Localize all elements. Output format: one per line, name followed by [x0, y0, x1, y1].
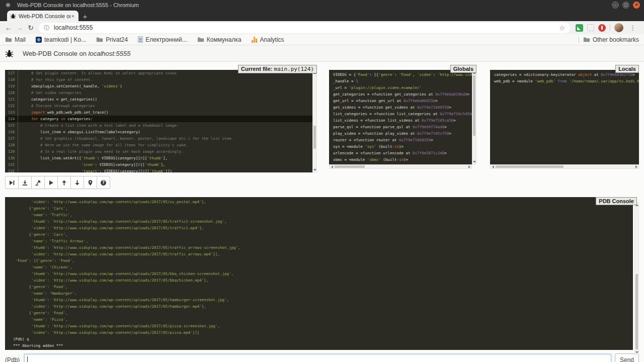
console-line: 'name': 'Chicken', [9, 264, 633, 270]
console-line: 'name': 'Hamburger', [9, 290, 633, 297]
bookmark-teamkodi[interactable]: teamkodi | Ko... [36, 36, 86, 43]
globals-badge: Globals [450, 65, 476, 73]
globals-line: list_videos = <function list_videos at 0… [329, 117, 472, 124]
code-line: 121 categories = get_categories() [5, 96, 312, 103]
code-line: 128 # Here we use the same image for all… [5, 142, 312, 148]
folder-icon [5, 37, 12, 42]
code-line: 127 # Set graphics (thumbnail, fanart, b… [5, 135, 312, 142]
new-tab-button[interactable]: + [78, 11, 92, 21]
window-title: Web-PDB Console on localhost:5555 - Chro… [17, 2, 612, 8]
bookmark-mail[interactable]: Mail [5, 36, 26, 43]
globals-line: get_categories = <function get_categorie… [329, 91, 472, 98]
globals-line: list_categories = <function list_categor… [329, 111, 472, 117]
code-line: 132 'fanart': VIDEOS[category][0]['thumb… [5, 168, 312, 172]
tab-strip: Web-PDB Console on loca × + [0, 10, 644, 21]
document-icon [138, 36, 143, 43]
bookmark-privat24[interactable]: Privat24 [96, 36, 128, 43]
svg-text:?: ? [102, 180, 105, 185]
current-file-badge: Current file: main.py(124) [238, 65, 317, 73]
console-line: *** Aborting addon *** [9, 342, 633, 349]
close-button[interactable]: ✕ [633, 2, 640, 9]
site-info-icon[interactable]: ⓘ [44, 24, 49, 32]
console-vertical-scrollbar[interactable] [634, 202, 639, 355]
code-line: 125 # Create a list item with a text lab… [5, 122, 312, 129]
console-line: 'thumb': 'http://www.vidsplay.com/wp-con… [9, 270, 633, 277]
pdb-command-input[interactable] [24, 354, 611, 362]
globals-line: xbmc = <module 'xbmc' (built-in)> [329, 156, 472, 163]
command-row: (Pdb) Send [5, 353, 639, 362]
extension-icon-dashed[interactable] [587, 24, 594, 31]
help-button[interactable]: ? [97, 176, 110, 189]
globals-panel: Globals VIDEOS = {'Food': [{'genre': 'Fo… [329, 65, 476, 172]
code-view: 117 # Set plugin content. It allows Kodi… [5, 70, 312, 172]
where-button[interactable] [84, 176, 97, 189]
folder-icon [197, 37, 204, 42]
back-icon[interactable]: ← [3, 22, 14, 33]
arrow-down-icon [74, 179, 80, 186]
help-icon: ? [100, 179, 107, 186]
up-button[interactable] [57, 176, 71, 189]
code-line: 130 list_item.setArt({'thumb': VIDEOS[ca… [5, 155, 312, 161]
console-line: 'thumb': 'http://www.vidsplay.com/wp-con… [9, 218, 633, 225]
reload-icon[interactable]: ↻ [25, 22, 36, 33]
folder-icon [583, 37, 590, 42]
console-line: 'video': 'http://www.vidsplay.com/wp-con… [9, 225, 633, 231]
globals-line: get_url = <function get_url at 0x7f9e6a0… [329, 98, 472, 104]
next-button[interactable] [5, 176, 19, 189]
page-header: Web-PDB Console on localhost:5555 [0, 45, 644, 62]
console-line: 'video': 'http://www.vidsplay.com/wp-con… [9, 251, 633, 257]
bookmark-analytics[interactable]: Analytics [252, 36, 284, 43]
globals-line: _handle = 1 [329, 78, 472, 84]
console-line: 'video': 'http://www.vidsplay.com/wp-con… [9, 303, 633, 310]
globals-horizontal-scrollbar[interactable] [329, 164, 472, 169]
window-titlebar: Web-PDB Console on localhost:5555 - Chro… [0, 0, 644, 10]
arrow-up-icon [61, 179, 67, 186]
browser-menu-icon[interactable]: ⋮ [627, 24, 638, 32]
console-line: {'genre': 'Food', [9, 284, 633, 290]
address-bar[interactable]: ⓘ localhost:5555 ☆ [39, 23, 570, 33]
pdb-prompt-label: (Pdb) [5, 356, 20, 362]
locals-horizontal-scrollbar[interactable] [490, 164, 639, 169]
step-into-icon [22, 179, 28, 186]
url-text[interactable]: localhost:5555 [54, 24, 559, 31]
text-caret [27, 356, 28, 362]
return-button[interactable] [31, 176, 45, 189]
globals-line: _url = 'plugin://plugin.video.example/' [329, 84, 472, 91]
forward-icon[interactable]: → [14, 22, 25, 33]
current-file-panel: Current file: main.py(124) 117 # Set plu… [5, 65, 317, 172]
profile-avatar[interactable] [614, 23, 623, 32]
browser-tab[interactable]: Web-PDB Console on loca × [7, 11, 78, 21]
minimize-button[interactable]: – [612, 2, 619, 9]
globals-line: router = <function router at 0x7f9e71068… [329, 137, 472, 143]
bookmarks-bar: Mail teamkodi | Ko... Privat24 Електронн… [0, 34, 644, 45]
code-vertical-scrollbar[interactable] [312, 70, 317, 172]
globals-line: play_video = <function play_video at 0x7… [329, 130, 472, 137]
globals-line: get_videos = <function get_videos at 0x7… [329, 104, 472, 111]
console-line: 'video': 'http://www.vidsplay.com/wp-con… [9, 199, 633, 205]
bookmark-kommunalka[interactable]: Коммуналка [197, 36, 242, 43]
globals-vertical-scrollbar[interactable] [472, 70, 476, 164]
tab-close-icon[interactable]: × [70, 13, 75, 19]
bug-favicon-icon [10, 13, 16, 19]
bookmark-elektronnyi[interactable]: Електронний... [138, 36, 187, 43]
extension-icon-red[interactable] [598, 24, 606, 32]
code-line: 131 'icon': VIDEOS[category][0]['thumb']… [5, 161, 312, 168]
pdb-console-badge: PDB Console [596, 197, 637, 205]
console-output: 'video': 'http://www.vidsplay.com/wp-con… [5, 197, 633, 350]
location-pin-icon [87, 179, 94, 186]
console-line: {'genre': 'Cars', [9, 205, 633, 212]
code-line: 119 xbmcplugin.setContent(_handle, 'vide… [5, 83, 312, 89]
step-button[interactable] [18, 176, 32, 189]
console-line: 'name': 'Traffic Arrows', [9, 238, 633, 244]
browser-toolbar: ← → ↻ ⓘ localhost:5555 ☆ ⋮ [0, 21, 644, 34]
bookmark-star-icon[interactable]: ☆ [559, 24, 565, 32]
other-bookmarks-button[interactable]: Other bookmarks [583, 36, 639, 43]
code-line: 129 # In a real-life plugin you need to … [5, 148, 312, 155]
console-line: 'Food': [{'genre': 'Food', [9, 257, 633, 264]
maximize-button[interactable]: ▢ [622, 2, 629, 9]
down-button[interactable] [70, 176, 84, 189]
extension-icon-green[interactable] [576, 24, 583, 32]
console-line: {'genre': 'Cars', [9, 231, 633, 238]
continue-button[interactable] [44, 176, 58, 189]
locals-badge: Locals [615, 65, 639, 73]
